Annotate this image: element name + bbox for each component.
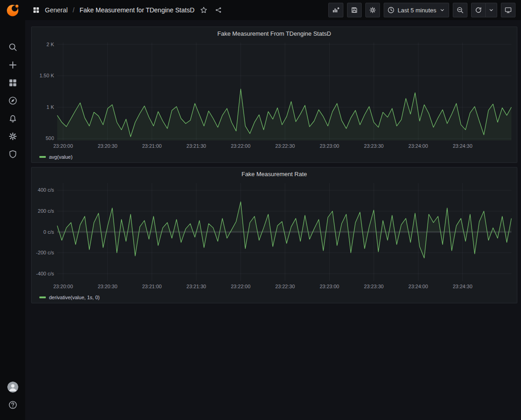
svg-text:0 c/s: 0 c/s (43, 229, 54, 235)
svg-text:23:22:00: 23:22:00 (231, 143, 250, 149)
breadcrumb: General / Fake Measurement for TDengine … (33, 6, 195, 14)
sidebar-item-configuration[interactable] (0, 127, 25, 145)
breadcrumb-folder[interactable]: General (45, 6, 68, 14)
dashboard-grid: Fake Measurement From TDengine StatsD 23… (25, 20, 521, 303)
save-icon (351, 6, 358, 14)
chevron-down-icon (439, 7, 445, 13)
help-icon (8, 400, 17, 409)
svg-text:23:22:30: 23:22:30 (275, 143, 295, 149)
refresh-button-group (471, 3, 497, 17)
panel-fake-measurement-rate: Fake Measurement Rate 23:20:0023:20:3023… (31, 167, 517, 303)
app-root: General / Fake Measurement for TDengine … (0, 0, 521, 420)
legend-swatch (39, 296, 46, 298)
svg-text:2 K: 2 K (46, 42, 54, 47)
gear-icon (8, 132, 17, 141)
svg-text:1 K: 1 K (46, 104, 54, 110)
dashboard-toolbar: Last 5 minutes (328, 3, 516, 17)
sidebar (0, 0, 25, 420)
svg-text:400 c/s: 400 c/s (38, 187, 54, 193)
sidebar-item-server-admin[interactable] (0, 145, 25, 163)
sidebar-item-dashboards[interactable] (0, 74, 25, 92)
dashboards-grid-icon (8, 78, 17, 87)
svg-text:1.50 K: 1.50 K (39, 73, 54, 78)
top-navbar: General / Fake Measurement for TDengine … (25, 0, 521, 20)
svg-text:23:23:30: 23:23:30 (364, 284, 384, 289)
gear-icon (369, 6, 376, 14)
legend-label[interactable]: derivative(value, 1s, 0) (49, 295, 100, 300)
panel-title[interactable]: Fake Measurement From TDengine StatsD (32, 27, 517, 40)
legend-swatch (39, 156, 46, 158)
share-dashboard-button[interactable] (213, 6, 224, 14)
svg-text:23:22:00: 23:22:00 (231, 284, 250, 289)
sidebar-item-create[interactable] (0, 56, 25, 74)
svg-text:23:21:30: 23:21:30 (186, 143, 206, 149)
chart-legend: derivative(value, 1s, 0) (32, 292, 517, 303)
search-icon (8, 43, 17, 52)
svg-text:23:21:00: 23:21:00 (142, 284, 162, 289)
apps-grid-icon (33, 6, 40, 14)
bell-icon (8, 114, 17, 123)
time-range-label: Last 5 minutes (397, 7, 436, 14)
avatar-icon (7, 382, 18, 393)
share-icon (215, 6, 222, 14)
svg-text:23:24:00: 23:24:00 (408, 284, 428, 289)
timeseries-chart[interactable]: 23:20:0023:20:3023:21:0023:21:3023:22:00… (35, 40, 513, 151)
svg-text:23:24:00: 23:24:00 (408, 143, 428, 149)
sidebar-nav (0, 38, 25, 163)
svg-text:23:23:30: 23:23:30 (364, 143, 384, 149)
svg-text:23:24:30: 23:24:30 (453, 284, 472, 289)
add-panel-button[interactable] (328, 3, 343, 17)
star-icon (200, 6, 207, 14)
compass-icon (8, 96, 17, 105)
refresh-icon (475, 6, 482, 14)
svg-text:23:21:30: 23:21:30 (186, 284, 206, 289)
time-range-picker[interactable]: Last 5 minutes (384, 3, 449, 17)
grafana-logo[interactable] (5, 2, 21, 18)
zoom-out-icon (456, 6, 464, 14)
panel-fake-measurement: Fake Measurement From TDengine StatsD 23… (31, 27, 517, 163)
legend-label[interactable]: avg(value) (49, 154, 72, 160)
add-panel-icon (332, 6, 340, 14)
breadcrumb-separator: / (73, 6, 75, 14)
plus-icon (8, 60, 17, 70)
dashboard-title: Fake Measurement for TDengine StatsD (80, 6, 195, 14)
svg-text:-200 c/s: -200 c/s (36, 250, 54, 255)
sidebar-item-alerting[interactable] (0, 109, 25, 127)
save-dashboard-button[interactable] (347, 3, 362, 17)
svg-text:200 c/s: 200 c/s (38, 208, 54, 214)
refresh-interval-dropdown[interactable] (485, 3, 497, 17)
main-column: General / Fake Measurement for TDengine … (25, 0, 521, 420)
svg-text:23:20:30: 23:20:30 (98, 284, 117, 289)
svg-text:23:20:00: 23:20:00 (54, 143, 73, 149)
zoom-out-time-button[interactable] (453, 3, 467, 17)
svg-text:23:23:00: 23:23:00 (320, 143, 339, 149)
dashboard-settings-button[interactable] (365, 3, 380, 17)
svg-text:23:21:00: 23:21:00 (142, 143, 162, 149)
star-dashboard-button[interactable] (198, 6, 209, 14)
grafana-logo-icon (6, 3, 20, 17)
sidebar-item-help[interactable] (0, 400, 25, 410)
kiosk-mode-button[interactable] (501, 3, 516, 17)
svg-text:23:22:30: 23:22:30 (275, 284, 295, 289)
chevron-down-icon (488, 7, 494, 13)
sidebar-bottom (0, 382, 25, 410)
timeseries-chart[interactable]: 23:20:0023:20:3023:21:0023:21:3023:22:00… (35, 180, 513, 292)
svg-text:23:23:00: 23:23:00 (320, 284, 339, 289)
sidebar-item-search[interactable] (0, 38, 25, 56)
monitor-icon (505, 6, 512, 14)
svg-text:500: 500 (46, 135, 54, 141)
panel-title[interactable]: Fake Measurement Rate (32, 167, 517, 180)
svg-text:-400 c/s: -400 c/s (36, 271, 54, 276)
shield-icon (8, 150, 17, 159)
chart-legend: avg(value) (32, 151, 517, 162)
sidebar-item-explore[interactable] (0, 92, 25, 109)
svg-text:23:20:00: 23:20:00 (54, 284, 73, 289)
user-avatar[interactable] (7, 382, 18, 393)
svg-text:23:24:30: 23:24:30 (453, 143, 472, 149)
refresh-dashboard-button[interactable] (471, 3, 486, 17)
svg-text:23:20:30: 23:20:30 (98, 143, 117, 149)
dashboards-breadcrumb-button[interactable] (33, 6, 40, 14)
clock-icon (387, 6, 395, 14)
